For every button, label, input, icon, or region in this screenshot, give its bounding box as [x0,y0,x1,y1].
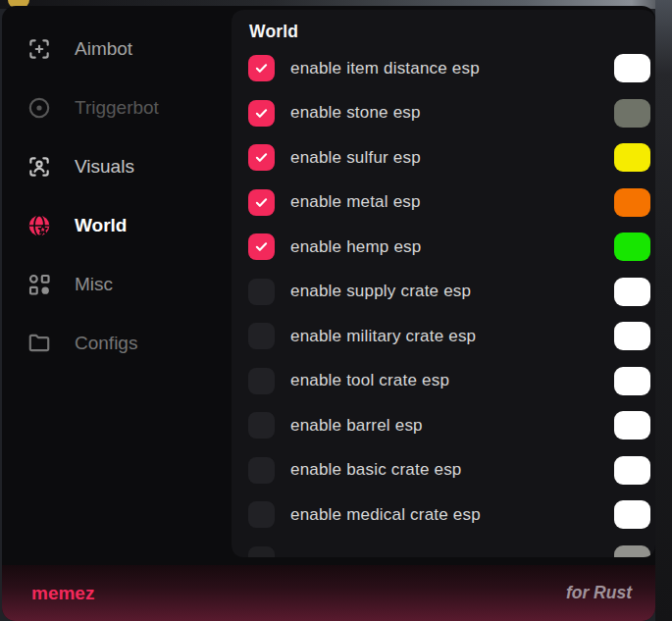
sidebar-item-label: World [75,215,127,236]
configs-icon [26,331,52,356]
aimbot-icon [26,36,52,62]
esp-option-label: enable stone esp [290,103,614,123]
sidebar-item-visuals[interactable]: Visuals [2,137,232,196]
footer: memez for Rust [2,565,655,621]
esp-option-label: enable item distance esp [290,59,614,78]
esp-checkbox[interactable] [248,368,275,394]
esp-checkbox[interactable] [248,546,275,557]
esp-color-swatch[interactable] [614,322,650,350]
esp-option-label: enable barrel esp [290,416,614,436]
esp-color-swatch[interactable] [614,54,650,82]
sidebar-item-label: Triggerbot [75,97,159,119]
esp-option-row: enable tool crate esp [232,359,655,404]
esp-option-label: enable tool crate esp [290,371,614,390]
esp-checkbox[interactable] [248,233,275,260]
esp-color-swatch[interactable] [614,367,650,395]
triggerbot-icon [26,95,52,121]
esp-color-swatch[interactable] [614,278,650,306]
esp-option-row: enable medical crate esp [232,492,655,538]
esp-option-row: enable hemp esp [232,225,655,270]
checkmark-icon [253,238,270,255]
misc-icon [26,272,52,297]
visuals-icon [26,154,52,180]
sidebar-item-label: Configs [75,333,137,354]
esp-option-row: enable metal esp [232,181,655,226]
world-icon [26,213,52,238]
esp-option-label: enable military crate esp [290,327,614,346]
esp-option-label: enable basic crate esp [290,460,614,480]
world-panel: World enable item distance esp enable st… [232,10,655,557]
esp-checkbox[interactable] [248,412,275,439]
esp-option-row: enable sulfur esp [232,135,655,181]
background-right-strip [655,0,672,621]
esp-option-label: enable hemp esp [290,237,614,257]
sidebar-item-label: Misc [75,274,113,295]
esp-color-swatch[interactable] [614,456,650,485]
esp-checkbox[interactable] [248,279,275,305]
esp-option-row: enable barrel esp [232,403,655,448]
esp-checkbox[interactable] [248,501,275,528]
esp-checkbox[interactable] [248,189,275,216]
checkmark-icon [253,149,270,166]
esp-color-swatch[interactable] [614,188,650,217]
esp-option-label: enable supply crate esp [290,282,614,301]
sidebar: Aimbot Triggerbot Visuals World Misc Con… [2,20,232,373]
esp-checkbox[interactable] [248,457,275,484]
esp-option-row: enable basic crate esp [232,448,655,493]
cheat-menu-window: Aimbot Triggerbot Visuals World Misc Con… [2,6,655,621]
esp-option-label: enable medical crate esp [290,505,614,525]
sidebar-item-aimbot[interactable]: Aimbot [2,20,232,78]
esp-color-swatch[interactable] [614,411,650,440]
sidebar-item-label: Visuals [75,156,134,178]
sidebar-item-label: Aimbot [75,38,132,60]
brand-tagline: for Rust [566,583,632,603]
esp-option-label: enable sulfur esp [290,148,614,168]
checkmark-icon [253,105,270,122]
esp-color-swatch[interactable] [614,545,650,557]
sidebar-item-triggerbot[interactable]: Triggerbot [2,78,232,137]
esp-color-swatch[interactable] [614,233,650,261]
panel-title: World [232,22,655,42]
esp-color-swatch[interactable] [614,99,650,128]
esp-option-row [232,538,655,558]
esp-options-list: enable item distance esp enable stone es… [232,46,655,557]
esp-option-row: enable item distance esp [232,46,655,91]
esp-option-label: enable metal esp [290,192,614,212]
esp-color-swatch[interactable] [614,500,650,529]
checkmark-icon [253,194,270,211]
brand-name: memez [31,583,94,604]
sidebar-item-configs[interactable]: Configs [2,314,232,373]
esp-checkbox[interactable] [248,144,275,171]
esp-color-swatch[interactable] [614,143,650,172]
checkmark-icon [253,60,270,77]
esp-option-row: enable stone esp [232,91,655,136]
esp-checkbox[interactable] [248,100,275,127]
esp-checkbox[interactable] [248,323,275,349]
esp-option-row: enable supply crate esp [232,270,655,315]
esp-checkbox[interactable] [248,55,275,81]
sidebar-item-world[interactable]: World [2,196,232,255]
esp-option-row: enable military crate esp [232,314,655,359]
sidebar-item-misc[interactable]: Misc [2,255,232,314]
